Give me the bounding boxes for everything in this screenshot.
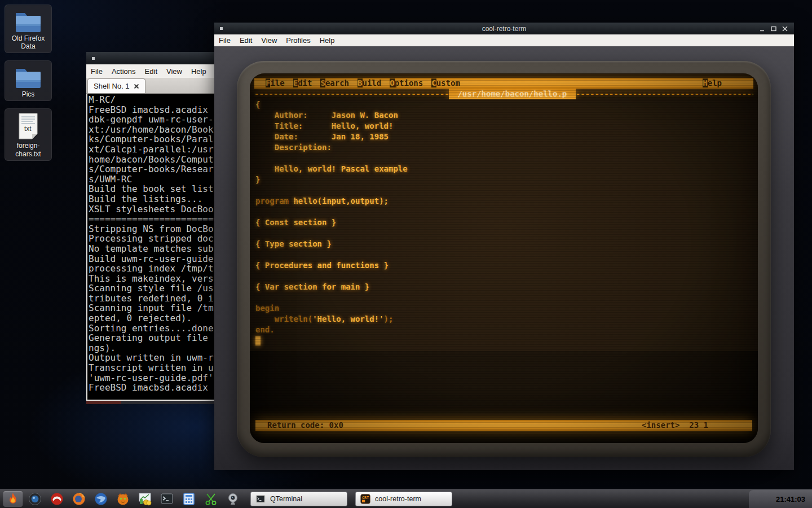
editor-menubar: FileEditSearchBuildOptionsCustomHelp xyxy=(254,78,753,89)
crt-menubar: FileEditViewProfilesHelp xyxy=(214,34,794,46)
lens-icon xyxy=(28,492,42,506)
desktop-icon-list: Old Firefox Data Pics txt foreign-chars.… xyxy=(5,5,52,161)
editor-line: Date: Jan 18, 1985 xyxy=(255,132,753,142)
editor-text-area[interactable]: { Author: Jason W. Bacon Title: Hello, w… xyxy=(254,99,753,346)
minimize-button[interactable] xyxy=(759,25,766,32)
flame-icon xyxy=(7,492,19,506)
editor-menu-custom[interactable]: Custom xyxy=(431,78,460,89)
launcher-scissors-screenshot[interactable] xyxy=(201,491,220,507)
crt-monitor-bezel: FileEditSearchBuildOptionsCustomHelp ---… xyxy=(237,61,771,457)
crt-window-title: cool-retro-term xyxy=(214,25,794,33)
desktop-icon-old-firefox-data[interactable]: Old Firefox Data xyxy=(5,5,52,53)
cat-face-icon xyxy=(116,492,130,506)
qterminal-menu-help[interactable]: Help xyxy=(187,66,211,77)
qterminal-window-icon xyxy=(92,57,95,60)
clock-panel[interactable]: 21:41:03 xyxy=(749,490,812,508)
task-label: QTerminal xyxy=(270,495,302,503)
crt-menu-file[interactable]: File xyxy=(214,35,235,46)
qterminal-task-icon xyxy=(255,494,266,503)
editor-tab-row: ----------------------------------------… xyxy=(254,89,753,99)
editor-filename-tab[interactable]: /usr/home/bacon/hello.p xyxy=(449,89,576,99)
dillo-icon xyxy=(50,492,64,506)
crt-menu-help[interactable]: Help xyxy=(315,35,339,46)
calculator-icon xyxy=(182,492,196,506)
crt-screen[interactable]: FileEditSearchBuildOptionsCustomHelp ---… xyxy=(250,73,758,443)
editor-line xyxy=(255,153,753,164)
folder-icon xyxy=(14,8,43,33)
crt-titlebar[interactable]: cool-retro-term xyxy=(214,23,794,34)
terminal-icon xyxy=(160,492,174,506)
editor-line: { Var section for main } xyxy=(255,282,753,292)
taskbar-window-cool-retro-term[interactable]: CRT cool-retro-term xyxy=(355,492,452,506)
qterminal-menu-actions[interactable]: Actions xyxy=(107,66,140,77)
editor-line xyxy=(255,185,753,196)
editor-statusbar: Return code: 0x0 <insert> 23 1 xyxy=(255,420,752,431)
status-return-code: Return code: 0x0 xyxy=(267,420,343,431)
editor-line xyxy=(255,292,753,303)
tab-close-icon[interactable] xyxy=(134,84,139,89)
crt-menu-profiles[interactable]: Profiles xyxy=(281,35,315,46)
desktop-icon-foreign-chars-txt[interactable]: txt foreign-chars.txt xyxy=(5,108,52,160)
editor-menu-options[interactable]: Options xyxy=(390,78,423,89)
editor-line: { Const section } xyxy=(255,217,753,228)
app-menu-flame-button[interactable] xyxy=(3,491,23,507)
crt-task-icon: CRT xyxy=(360,494,370,504)
editor-line xyxy=(255,228,753,239)
launcher-palemoon-browser[interactable] xyxy=(113,491,133,507)
text-file-icon: txt xyxy=(16,112,41,141)
editor-menu-file[interactable]: File xyxy=(266,78,285,89)
editor-menu-edit[interactable]: Edit xyxy=(293,78,312,89)
finance-chart-icon xyxy=(138,492,152,506)
editor-menu-build[interactable]: Build xyxy=(358,78,381,89)
editor-line: end. xyxy=(255,325,753,335)
taskbar: QTerminal CRT cool-retro-term 21:41:03 xyxy=(0,489,812,508)
cool-retro-term-window: cool-retro-term FileEditViewProfilesHelp… xyxy=(214,23,794,470)
launcher-thunderbird[interactable] xyxy=(91,491,111,507)
editor-line: begin xyxy=(255,303,753,314)
editor-line: { Procedures and functions } xyxy=(255,260,753,271)
webcam-icon xyxy=(226,492,240,506)
maximize-button[interactable] xyxy=(770,25,777,32)
editor-line: Hello, world! Pascal example xyxy=(255,164,753,174)
launcher-calculator[interactable] xyxy=(179,491,198,507)
editor-line: } xyxy=(255,174,753,185)
launcher-terminal[interactable] xyxy=(157,491,176,507)
editor-cursor-line xyxy=(255,335,753,346)
qterminal-menu-file[interactable]: File xyxy=(86,66,107,77)
desktop-icon-pics[interactable]: Pics xyxy=(5,60,52,101)
editor-line: Title: Hello, world! xyxy=(255,121,753,132)
folder-icon xyxy=(14,64,43,89)
text-cursor xyxy=(255,336,261,345)
launcher-webcam[interactable] xyxy=(223,491,242,507)
qterminal-menu-view[interactable]: View xyxy=(162,66,187,77)
firefox-icon xyxy=(72,492,86,506)
clock: 21:41:03 xyxy=(776,495,805,503)
editor-line xyxy=(255,207,753,217)
desktop-icon-label: Old Firefox Data xyxy=(6,34,50,50)
crt-menu-edit[interactable]: Edit xyxy=(235,35,257,46)
launcher-dillo-browser[interactable] xyxy=(47,491,67,507)
crt-menu-view[interactable]: View xyxy=(257,35,281,46)
thunderbird-icon xyxy=(94,492,108,506)
editor-menu-search[interactable]: Search xyxy=(320,78,349,89)
qterminal-menu-edit[interactable]: Edit xyxy=(140,66,162,77)
qterminal-tab-shell-1[interactable]: Shell No. 1 xyxy=(87,78,145,93)
editor-menu-help[interactable]: Help xyxy=(703,78,722,89)
editor-line xyxy=(255,271,753,282)
desktop-icon-label: Pics xyxy=(22,90,35,98)
status-mode-position: <insert> 23 1 xyxy=(642,420,708,431)
svg-text:CRT: CRT xyxy=(362,496,369,500)
launcher-lens-viewer[interactable] xyxy=(25,491,45,507)
svg-text:txt: txt xyxy=(24,125,32,133)
crt-body: FileEditSearchBuildOptionsCustomHelp ---… xyxy=(214,46,794,470)
editor-line xyxy=(255,249,753,260)
editor-line: writeln('Hello, world!'); xyxy=(255,314,753,325)
taskbar-window-qterminal[interactable]: QTerminal xyxy=(250,492,347,506)
launcher-firefox[interactable] xyxy=(69,491,89,507)
task-label: cool-retro-term xyxy=(375,495,421,503)
close-button[interactable] xyxy=(782,25,788,32)
editor-line: { Type section } xyxy=(255,239,753,249)
editor-line: program hello(input,output); xyxy=(255,196,753,207)
editor-line: Description: xyxy=(255,142,753,153)
launcher-finance-chart[interactable] xyxy=(135,491,155,507)
